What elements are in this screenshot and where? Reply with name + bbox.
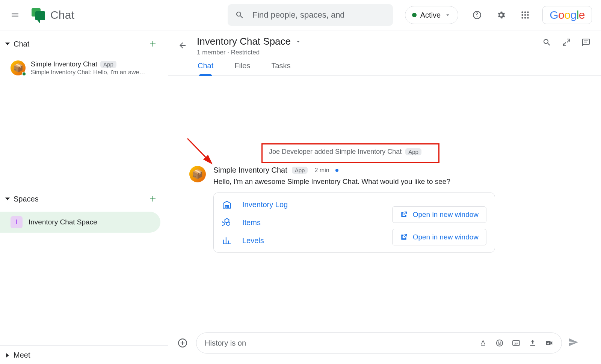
google-logo[interactable]: Google (542, 6, 592, 24)
collapse-icon[interactable] (562, 38, 571, 47)
gear-icon (496, 10, 506, 20)
video-meet-icon[interactable] (545, 339, 553, 347)
apps-button[interactable] (517, 7, 533, 23)
chevron-down-icon (444, 12, 451, 18)
search-placeholder: Find people, spaces, and (252, 10, 345, 20)
card-action-levels[interactable]: Levels (222, 236, 288, 245)
external-link-icon (400, 233, 408, 241)
chevron-down-icon (295, 39, 301, 45)
card-action-label: Levels (242, 236, 264, 245)
chat-item-preview: Simple Inventory Chat: Hello, I'm an awe… (31, 69, 145, 76)
upload-icon[interactable] (529, 339, 537, 347)
chat-item-simple-inventory[interactable]: 📦 Simple Inventory Chat App Simple Inven… (0, 57, 168, 80)
search-icon (235, 11, 244, 20)
message-text: Hello, I'm an awesome Simple Inventory C… (213, 177, 484, 186)
message-avatar-icon: 📦 (189, 166, 206, 182)
compose-placeholder: History is on (205, 339, 472, 347)
sidebar: Chat 📦 Simple Inventory Chat App Simple … (0, 30, 168, 364)
card-action-inventory-log[interactable]: Inventory Log (222, 200, 288, 209)
apps-grid-icon (520, 10, 530, 20)
meet-section-title: Meet (14, 351, 30, 359)
svg-point-1 (524, 11, 526, 13)
plus-icon (148, 39, 157, 48)
open-button-levels[interactable]: Open in new window (392, 229, 486, 245)
space-header: Inventory Chat Space 1 member · Restrict… (168, 30, 601, 56)
body: Chat 📦 Simple Inventory Chat App Simple … (0, 30, 601, 364)
bar-chart-icon (222, 236, 232, 245)
plus-circle-icon (178, 338, 187, 348)
message-sender: Simple Inventory Chat (213, 166, 287, 174)
app-badge: App (292, 167, 308, 174)
chat-app-icon (32, 8, 45, 22)
space-item-inventory[interactable]: I Inventory Chat Space (0, 212, 160, 233)
topbar: Chat Find people, spaces, and Active Goo… (0, 0, 601, 30)
svg-point-6 (521, 17, 523, 18)
thread-panel-icon[interactable] (581, 38, 590, 47)
new-space-button[interactable] (145, 191, 161, 207)
gif-icon[interactable]: GIF (512, 339, 520, 347)
app-badge: App (405, 148, 421, 155)
compose-area: History is on GIF (168, 332, 601, 364)
app-badge: App (100, 61, 116, 68)
emoji-icon[interactable] (495, 339, 504, 347)
svg-line-9 (187, 138, 212, 164)
svg-point-2 (527, 11, 529, 13)
system-message: Joe Developer added Simple Inventory Cha… (269, 148, 421, 156)
open-button-items[interactable]: Open in new window (392, 206, 486, 223)
back-button[interactable] (175, 38, 190, 53)
svg-point-3 (521, 14, 523, 16)
card-action-items[interactable]: Items (222, 218, 288, 227)
plus-icon (148, 194, 157, 203)
space-title-button[interactable]: Inventory Chat Space (197, 36, 301, 47)
conversation: Joe Developer added Simple Inventory Cha… (168, 76, 601, 364)
presence-dot-icon (412, 13, 417, 17)
header-actions (542, 38, 590, 47)
unread-dot-icon (335, 169, 338, 172)
help-button[interactable] (469, 7, 485, 23)
search-icon[interactable] (542, 38, 551, 47)
open-button-label: Open in new window (413, 211, 479, 219)
caret-down-icon (4, 195, 11, 203)
hamburger-icon (11, 11, 20, 20)
svg-point-5 (527, 14, 529, 16)
new-chat-button[interactable] (145, 36, 161, 52)
caret-right-icon (4, 352, 11, 359)
tab-chat[interactable]: Chat (198, 62, 213, 75)
system-message-text: Joe Developer added Simple Inventory Cha… (269, 148, 402, 156)
svg-point-4 (524, 14, 526, 16)
search-box[interactable]: Find people, spaces, and (228, 4, 393, 26)
open-button-label: Open in new window (413, 233, 479, 241)
settings-button[interactable] (493, 7, 509, 23)
card-action-label: Items (242, 218, 261, 227)
chat-section-header[interactable]: Chat (0, 30, 168, 57)
tab-tasks[interactable]: Tasks (271, 62, 290, 75)
external-link-icon (400, 211, 408, 218)
main: Inventory Chat Space 1 member · Restrict… (168, 30, 601, 364)
meet-section-header[interactable]: Meet (0, 346, 168, 364)
message-timestamp: 2 min (314, 167, 329, 174)
svg-text:GIF: GIF (514, 342, 519, 345)
tab-files[interactable]: Files (234, 62, 250, 75)
compose-input[interactable]: History is on GIF (196, 332, 562, 353)
main-menu-button[interactable] (6, 6, 24, 24)
format-icon[interactable] (479, 339, 487, 347)
annotation-arrow-icon (186, 137, 219, 170)
compose-attach-button[interactable] (175, 335, 190, 350)
arrow-left-icon (178, 41, 187, 50)
topbar-actions (469, 7, 533, 23)
message-card: Inventory Log Items Levels (213, 193, 495, 253)
spaces-section-title: Spaces (14, 195, 39, 203)
chat-section-title: Chat (14, 40, 29, 48)
app-name: Chat (50, 9, 74, 21)
spaces-section-header[interactable]: Spaces (0, 185, 168, 212)
send-button[interactable] (568, 337, 578, 349)
status-label: Active (420, 11, 441, 20)
caret-down-icon (4, 40, 11, 48)
brand: Chat (32, 8, 74, 22)
status-chip[interactable]: Active (405, 6, 458, 24)
space-avatar-icon: I (11, 216, 23, 228)
presence-indicator-icon (22, 72, 26, 76)
message: 📦 Simple Inventory Chat App 2 min Hello,… (189, 166, 495, 253)
warehouse-icon (222, 200, 232, 209)
svg-point-0 (521, 11, 523, 13)
